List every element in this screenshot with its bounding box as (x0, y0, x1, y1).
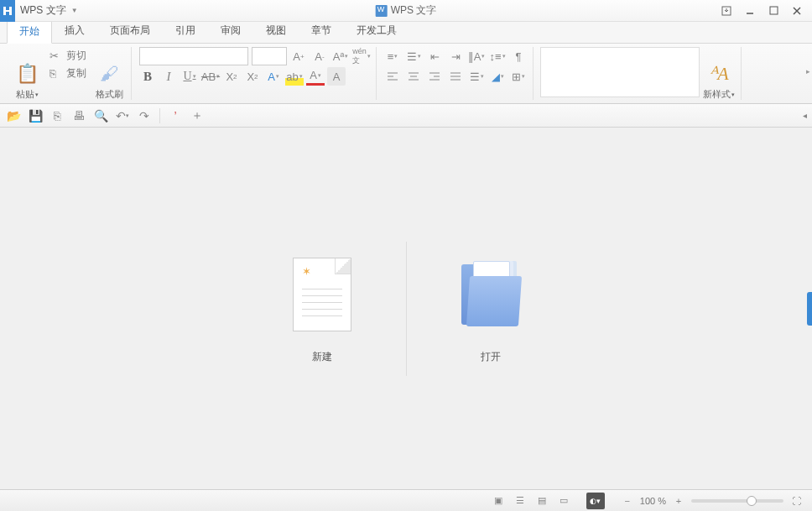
tab-section[interactable]: 章节 (299, 19, 344, 43)
paste-button[interactable]: 📋 粘贴▾ (10, 47, 44, 101)
new-style-button[interactable]: ᴬA 新样式▾ (702, 47, 736, 101)
ribbon-expand-icon[interactable]: ▸ (806, 67, 810, 76)
print-button[interactable]: 🖶 (70, 107, 87, 124)
open-folder-icon (458, 258, 523, 331)
increase-indent-button[interactable]: ⇥ (446, 47, 465, 65)
save-button[interactable]: 💾 (27, 107, 44, 124)
font-color-button[interactable]: A (306, 67, 325, 86)
tab-insert[interactable]: 插入 (52, 19, 97, 43)
decrease-indent-button[interactable]: ⇤ (425, 47, 444, 65)
export-button[interactable]: ⎘ (49, 107, 65, 124)
open-document-label: 打开 (481, 350, 501, 364)
style-gallery[interactable] (540, 47, 700, 97)
text-direction-button[interactable]: ‖A (467, 47, 486, 65)
copy-button[interactable]: ⎘复制 (46, 65, 90, 81)
zoom-slider[interactable] (691, 499, 783, 503)
fullscreen-button[interactable]: ⛶ (787, 493, 805, 509)
zoom-in-button[interactable]: + (669, 493, 688, 509)
tab-start[interactable]: 开始 (7, 20, 52, 44)
shading-button[interactable]: ◢ (488, 67, 507, 86)
app-menu-dropdown-icon[interactable]: ▼ (71, 7, 80, 15)
status-bar: ▣ ☰ ▤ ▭ ◐▾ − 100 % + ⛶ (0, 489, 812, 511)
new-document-button[interactable]: 新建 (238, 253, 406, 364)
paste-icon: 📋 (16, 60, 39, 88)
cut-label: 剪切 (66, 49, 86, 63)
zoom-out-button[interactable]: − (618, 493, 637, 509)
new-style-icon: ᴬA (709, 60, 728, 88)
format-painter-button[interactable]: 🖌 格式刷 (92, 47, 126, 101)
text-effects-button[interactable]: A (264, 67, 283, 86)
format-painter-label: 格式刷 (96, 88, 123, 101)
view-web-button[interactable]: ▤ (533, 493, 551, 509)
font-group: A+ A- Aª wén文 B I U AB X2 X2 A ab A A (133, 47, 377, 100)
align-center-button[interactable] (404, 67, 423, 86)
document-title: WPS 文字 (376, 3, 437, 18)
document-title-text: WPS 文字 (391, 3, 437, 18)
redo-button[interactable]: ↷ (136, 107, 153, 124)
view-reading-button[interactable]: ▭ (554, 493, 573, 509)
change-case-button[interactable]: Aª (331, 47, 350, 65)
clipboard-group: 📋 粘贴▾ ✂剪切 ⎘复制 🖌 格式刷 (5, 47, 132, 100)
strikethrough-button[interactable]: AB (201, 67, 220, 86)
numbering-button[interactable]: ☰ (404, 47, 423, 65)
copy-label: 复制 (66, 66, 86, 81)
open-file-button[interactable]: 📂 (5, 107, 22, 124)
separator (159, 108, 160, 123)
styles-group: ᴬA 新样式▾ (535, 47, 742, 100)
tab-developer[interactable]: 开发工具 (344, 19, 409, 43)
tab-review[interactable]: 审阅 (208, 19, 253, 43)
comment-button[interactable]: ’ (167, 107, 184, 124)
app-logo-icon (0, 0, 15, 22)
bold-button[interactable]: B (138, 67, 157, 86)
align-right-button[interactable] (425, 67, 444, 86)
minimize-button[interactable] (738, 1, 762, 21)
shrink-font-button[interactable]: A- (310, 47, 329, 65)
grow-font-button[interactable]: A+ (289, 47, 308, 65)
justify-button[interactable] (446, 67, 465, 86)
subscript-button[interactable]: X2 (243, 67, 262, 86)
char-shading-button[interactable]: A (327, 67, 346, 86)
tab-view[interactable]: 视图 (253, 19, 299, 43)
add-button[interactable]: ＋ (189, 107, 206, 124)
phonetic-guide-button[interactable]: wén文 (352, 47, 371, 65)
close-button[interactable] (785, 1, 809, 21)
quick-access-toolbar: 📂 💾 ⎘ 🖶 🔍 ↶▾ ↷ ’ ＋ ◂ (0, 104, 812, 128)
tab-references[interactable]: 引用 (163, 19, 208, 43)
side-panel-handle[interactable] (807, 292, 812, 326)
view-outline-button[interactable]: ☰ (511, 493, 529, 509)
borders-button[interactable]: ⊞ (509, 67, 528, 86)
open-document-button[interactable]: 打开 (407, 253, 575, 364)
print-preview-button[interactable]: 🔍 (92, 107, 109, 124)
underline-button[interactable]: U (180, 67, 199, 86)
superscript-button[interactable]: X2 (222, 67, 241, 86)
new-style-label: 新样式 (703, 88, 731, 101)
dark-mode-button[interactable]: ◐▾ (586, 493, 605, 509)
maximize-button[interactable] (762, 1, 785, 21)
distribute-button[interactable]: ☰ (467, 67, 486, 86)
view-page-button[interactable]: ▣ (489, 493, 508, 509)
ribbon: 📋 粘贴▾ ✂剪切 ⎘复制 🖌 格式刷 A+ A- Aª wén文 B I U … (0, 44, 812, 104)
copy-icon: ⎘ (49, 67, 63, 80)
zoom-level[interactable]: 100 % (640, 496, 666, 506)
scissors-icon: ✂ (49, 50, 63, 62)
undo-button[interactable]: ↶▾ (114, 107, 131, 124)
paste-label: 粘贴 (16, 88, 34, 101)
highlight-button[interactable]: ab (285, 67, 304, 86)
font-size-select[interactable] (252, 47, 287, 65)
app-name: WPS 文字 (15, 3, 71, 18)
align-left-button[interactable] (383, 67, 402, 86)
italic-button[interactable]: I (159, 67, 178, 86)
paragraph-group: ≡ ☰ ⇤ ⇥ ‖A ↕≡ ¶ ☰ ◢ ⊞ (378, 47, 534, 100)
font-family-select[interactable] (139, 47, 248, 65)
new-document-label: 新建 (312, 350, 332, 364)
svg-rect-2 (770, 7, 778, 14)
show-marks-button[interactable]: ¶ (509, 47, 528, 65)
line-spacing-button[interactable]: ↕≡ (488, 47, 507, 65)
bullets-button[interactable]: ≡ (383, 47, 402, 65)
tray-button[interactable] (715, 1, 738, 21)
tab-page-layout[interactable]: 页面布局 (97, 19, 163, 43)
workspace: 新建 打开 (0, 128, 812, 489)
ruler-toggle-icon[interactable]: ◂ (803, 111, 807, 120)
new-document-icon (293, 258, 351, 331)
cut-button[interactable]: ✂剪切 (46, 47, 90, 64)
